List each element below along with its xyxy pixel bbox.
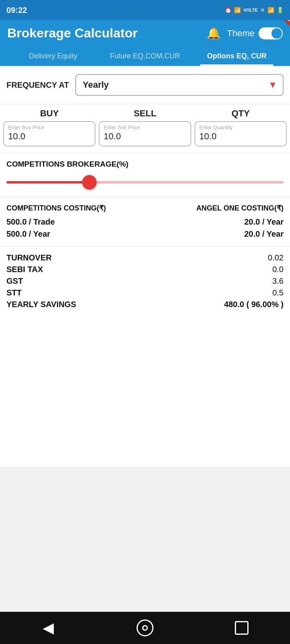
tab-future[interactable]: Future EQ,COM,CUR	[99, 47, 191, 66]
stt-row: STT 0.5	[6, 288, 284, 297]
angelone-per-trade: 20.0 / Year	[145, 216, 284, 228]
app-title: Brokerage Calculator	[7, 26, 138, 41]
bell-icon[interactable]: 🔔	[207, 27, 221, 40]
header-wrapper: Brokerage Calculator 🔔 Theme Delivery Eq…	[0, 20, 290, 66]
frequency-label: FREQUENCY AT	[6, 80, 69, 90]
competition-per-year: 500.0 / Year	[6, 228, 145, 240]
competition-costing-col: 500.0 / Trade 500.0 / Year	[6, 216, 145, 240]
sell-field-wrapper[interactable]: Enter Sell Price 10.0	[99, 121, 191, 147]
dropdown-arrow-icon: ▼	[263, 80, 283, 90]
alarm-icon: ⏰	[225, 7, 232, 13]
sebi-tax-value: 0.0	[272, 265, 284, 274]
slider-track	[6, 181, 284, 184]
back-button[interactable]: ◀	[36, 616, 60, 640]
competition-per-trade: 500.0 / Trade	[6, 216, 145, 228]
qty-input-group: QTY Enter Quantity 10.0	[195, 108, 287, 147]
yearly-savings-row: YEARLY SAVINGS 480.0 ( 96.00% )	[6, 300, 284, 309]
turnover-value: 0.02	[268, 253, 284, 262]
gst-value: 3.6	[272, 277, 284, 286]
recents-icon	[235, 621, 249, 635]
angelone-costing-title: ANGEL ONE COSTING(₹)	[196, 204, 284, 213]
competition-costing-title: COMPETITIONS COSTING(₹)	[6, 204, 106, 213]
frequency-value: Yearly	[76, 75, 263, 95]
frequency-select-wrapper[interactable]: Yearly ▼	[75, 74, 284, 96]
yearly-savings-value: 480.0 ( 96.00% )	[224, 300, 284, 309]
battery-icon: 🔋	[277, 7, 284, 13]
stats-section: TURNOVER 0.02 SEBI TAX 0.0 GST 3.6 STT 0…	[0, 247, 290, 321]
buy-input-group: BUY Enter Buy Price 10.0	[3, 108, 95, 147]
buy-value: 10.0	[8, 131, 91, 142]
turnover-row: TURNOVER 0.02	[6, 253, 284, 262]
back-icon: ◀	[43, 619, 54, 636]
header: Brokerage Calculator 🔔 Theme Delivery Eq…	[0, 20, 290, 66]
sell-value: 10.0	[104, 131, 186, 142]
qty-placeholder: Enter Quantity	[199, 124, 282, 130]
sebi-tax-row: SEBI TAX 0.0	[6, 265, 284, 274]
status-time: 09:22	[6, 6, 27, 15]
stt-label: STT	[6, 288, 22, 297]
signal-icon: ✕	[260, 7, 265, 13]
signal2-icon: 📶	[267, 7, 274, 13]
home-icon-inner	[142, 625, 148, 631]
tabs: Delivery Equity Future EQ,COM,CUR Option…	[7, 47, 283, 66]
slider-label: COMPETITIONS BROKERAGE(%)	[6, 160, 284, 169]
header-right: 🔔 Theme	[207, 27, 283, 40]
sell-label: SELL	[134, 108, 156, 119]
costing-section: COMPETITIONS COSTING(₹) ANGEL ONE COSTIN…	[0, 197, 290, 247]
spacer	[0, 466, 290, 612]
turnover-label: TURNOVER	[6, 253, 52, 262]
theme-label: Theme	[227, 28, 255, 39]
slider-thumb[interactable]	[82, 175, 97, 190]
toggle-thumb	[271, 28, 282, 39]
volte-icon: VOLTE	[243, 8, 258, 12]
gst-label: GST	[6, 277, 23, 286]
home-button[interactable]	[133, 616, 157, 640]
costing-values: 500.0 / Trade 500.0 / Year 20.0 / Year 2…	[6, 216, 284, 240]
costing-header: COMPETITIONS COSTING(₹) ANGEL ONE COSTIN…	[6, 204, 284, 213]
home-icon	[137, 619, 153, 636]
slider-fill	[6, 181, 89, 184]
main-content: FREQUENCY AT Yearly ▼ BUY Enter Buy Pric…	[0, 66, 290, 466]
buy-placeholder: Enter Buy Price	[8, 124, 91, 130]
sebi-tax-label: SEBI TAX	[6, 265, 43, 274]
angelone-per-year: 20.0 / Year	[145, 228, 284, 240]
angelone-costing-col: 20.0 / Year 20.0 / Year	[145, 216, 284, 240]
status-icons: ⏰ 📶 VOLTE ✕ 📶 🔋	[225, 7, 284, 13]
gst-row: GST 3.6	[6, 277, 284, 286]
buy-label: BUY	[40, 108, 58, 119]
wifi-icon: 📶	[234, 7, 241, 13]
input-row: BUY Enter Buy Price 10.0 SELL Enter Sell…	[0, 104, 290, 153]
slider-section: COMPETITIONS BROKERAGE(%)	[0, 153, 290, 197]
bottom-nav: ◀	[0, 612, 290, 644]
tab-delivery[interactable]: Delivery Equity	[7, 47, 99, 66]
buy-field-wrapper[interactable]: Enter Buy Price 10.0	[3, 121, 95, 147]
sell-input-group: SELL Enter Sell Price 10.0	[99, 108, 191, 147]
tab-options[interactable]: Options EQ, CUR	[191, 47, 283, 66]
header-top: Brokerage Calculator 🔔 Theme	[7, 26, 283, 41]
qty-field-wrapper[interactable]: Enter Quantity 10.0	[195, 121, 287, 147]
sell-placeholder: Enter Sell Price	[104, 124, 186, 130]
qty-label: QTY	[232, 108, 250, 119]
theme-toggle[interactable]	[259, 27, 283, 39]
recents-button[interactable]	[230, 616, 254, 640]
status-bar: 09:22 ⏰ 📶 VOLTE ✕ 📶 🔋	[0, 0, 290, 20]
qty-value: 10.0	[199, 131, 282, 142]
yearly-savings-label: YEARLY SAVINGS	[6, 300, 76, 309]
theme-section: Theme	[227, 27, 283, 39]
frequency-row: FREQUENCY AT Yearly ▼	[0, 66, 290, 104]
slider-container[interactable]	[6, 175, 284, 190]
stt-value: 0.5	[272, 288, 284, 297]
